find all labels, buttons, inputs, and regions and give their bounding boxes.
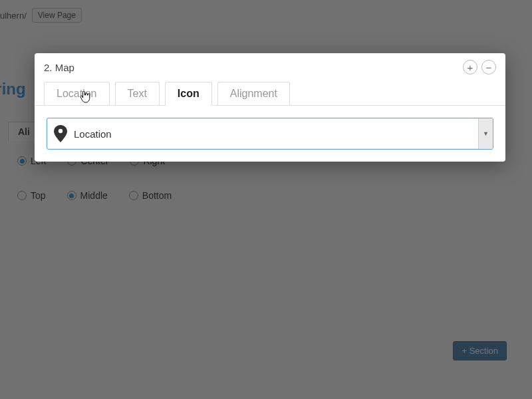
modal-add-button[interactable]: + [463,60,477,74]
map-pin-icon [47,125,74,142]
svg-point-0 [59,129,63,133]
icon-select[interactable]: Location ▼ [47,118,493,150]
modal-remove-button[interactable]: − [481,60,496,74]
modal-header: 2. Map + − [35,53,505,74]
modal-controls: + − [463,60,496,74]
modal-tabs: Location Text Icon Alignment [35,74,505,106]
icon-select-value: Location [74,128,478,140]
modal-title: 2. Map [44,62,74,73]
tab-location[interactable]: Location [44,82,110,106]
tab-icon[interactable]: Icon [165,82,212,106]
tab-alignment[interactable]: Alignment [217,82,290,106]
tab-text[interactable]: Text [115,82,160,106]
map-settings-modal: 2. Map + − Location Text Icon Alignment … [35,53,505,162]
modal-body: Location ▼ [35,106,505,162]
chevron-down-icon[interactable]: ▼ [478,118,493,149]
